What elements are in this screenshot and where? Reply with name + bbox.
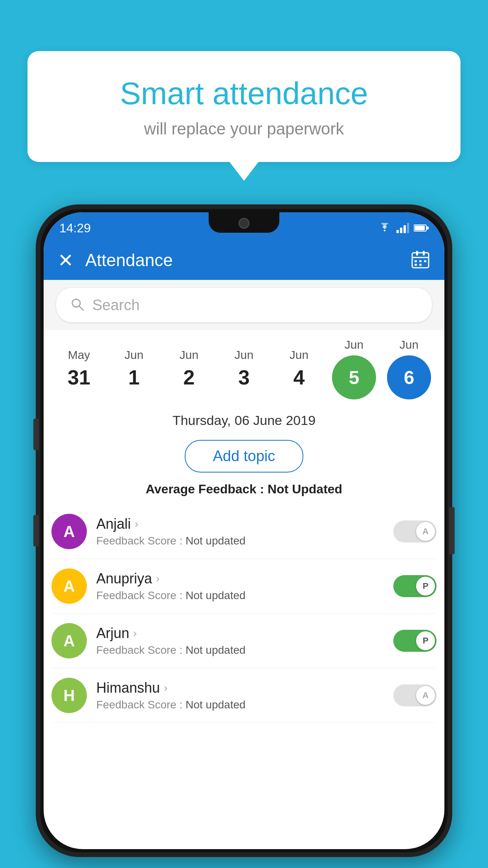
toggle-anjali[interactable]: A [393, 520, 437, 542]
battery-icon [414, 224, 429, 232]
month-jun1: Jun [125, 348, 143, 362]
svg-rect-13 [424, 260, 426, 262]
date-strip: May 31 Jun 1 Jun 2 Jun 3 [44, 330, 444, 403]
svg-rect-11 [415, 260, 417, 262]
date-col-may31[interactable]: May 31 [55, 348, 103, 389]
toggle-circle-himanshu: A [416, 686, 435, 705]
avatar-anjali: A [51, 514, 87, 549]
svg-rect-1 [400, 228, 402, 233]
chevron-himanshu: › [164, 682, 167, 694]
feedback-anupriya: Feedback Score : Not updated [96, 589, 384, 602]
chevron-anupriya: › [156, 572, 160, 585]
student-item-anupriya[interactable]: A Anupriya › Feedback Score : Not update… [51, 559, 437, 614]
avg-feedback-value: Not Updated [268, 482, 342, 496]
date-col-jun2[interactable]: Jun 2 [165, 348, 213, 389]
search-icon [70, 297, 84, 313]
volume-up-button [33, 419, 39, 450]
student-item-himanshu[interactable]: H Himanshu › Feedback Score : Not update… [51, 668, 437, 723]
student-item-anjali[interactable]: A Anjali › Feedback Score : Not updated … [51, 504, 437, 559]
month-jun4: Jun [290, 348, 308, 362]
toggle-himanshu[interactable]: A [393, 684, 437, 706]
svg-rect-9 [416, 251, 418, 256]
student-name-himanshu: Himanshu › [96, 680, 384, 696]
phone-notch [209, 212, 279, 233]
date-col-jun4[interactable]: Jun 4 [275, 348, 323, 389]
month-jun2: Jun [180, 348, 198, 362]
student-info-himanshu: Himanshu › Feedback Score : Not updated [96, 680, 384, 711]
date-circle-jun6: 6 [387, 355, 431, 399]
svg-rect-5 [415, 226, 425, 230]
toggle-arjun[interactable]: P [393, 630, 437, 652]
student-name-anupriya: Anupriya › [96, 570, 384, 587]
svg-rect-15 [419, 264, 422, 266]
chevron-anjali: › [135, 518, 138, 530]
feedback-anjali: Feedback Score : Not updated [96, 535, 384, 547]
svg-rect-14 [415, 264, 417, 266]
day-jun4: 4 [294, 366, 305, 389]
svg-rect-12 [419, 260, 422, 262]
add-topic-button[interactable]: Add topic [185, 440, 303, 473]
avatar-arjun: A [51, 623, 87, 658]
wifi-icon [378, 223, 392, 233]
day-jun5: 5 [349, 367, 360, 388]
add-topic-container: Add topic [44, 434, 444, 478]
svg-rect-2 [404, 225, 406, 233]
status-icons [378, 223, 429, 233]
phone-screen: 14:29 [44, 212, 444, 849]
feedback-himanshu: Feedback Score : Not updated [96, 699, 384, 711]
phone-container: 14:29 [36, 204, 452, 857]
student-item-arjun[interactable]: A Arjun › Feedback Score : Not updated P [51, 614, 437, 668]
student-info-anjali: Anjali › Feedback Score : Not updated [96, 516, 384, 547]
volume-down-button [33, 515, 39, 546]
search-container: Search [44, 280, 444, 330]
student-list: A Anjali › Feedback Score : Not updated … [44, 504, 444, 723]
date-col-jun6[interactable]: Jun 6 [385, 338, 433, 399]
bubble-subtitle: will replace your paperwork [59, 120, 429, 138]
date-circle-jun5: 5 [332, 355, 376, 399]
student-name-arjun: Arjun › [96, 625, 384, 642]
close-button[interactable]: ✕ [58, 249, 73, 271]
avatar-himanshu: H [51, 678, 87, 713]
phone-body: 14:29 [36, 204, 452, 857]
bubble-title: Smart attendance [59, 75, 429, 112]
student-info-anupriya: Anupriya › Feedback Score : Not updated [96, 570, 384, 602]
day-may31: 31 [68, 366, 90, 389]
app-bar: ✕ Attendance [44, 241, 444, 280]
selected-date: Thursday, 06 June 2019 [51, 413, 437, 428]
app-title: Attendance [85, 250, 399, 270]
status-time: 14:29 [59, 221, 91, 235]
toggle-circle-anjali: A [416, 522, 435, 541]
avg-feedback-label: Average Feedback : [146, 482, 264, 496]
search-bar[interactable]: Search [56, 288, 432, 322]
speech-bubble: Smart attendance will replace your paper… [28, 51, 460, 162]
student-name-anjali: Anjali › [96, 516, 384, 532]
date-col-jun1[interactable]: Jun 1 [110, 348, 158, 389]
svg-rect-6 [427, 226, 429, 230]
day-jun1: 1 [128, 366, 140, 389]
toggle-anupriya[interactable]: P [393, 575, 437, 597]
month-jun6: Jun [400, 338, 418, 351]
power-button [449, 507, 455, 554]
svg-rect-0 [396, 230, 399, 233]
search-placeholder: Search [92, 297, 139, 314]
date-col-jun5[interactable]: Jun 5 [330, 338, 378, 399]
student-info-arjun: Arjun › Feedback Score : Not updated [96, 625, 384, 657]
chevron-arjun: › [133, 627, 137, 640]
date-info: Thursday, 06 June 2019 [44, 403, 444, 434]
toggle-circle-anupriya: P [416, 577, 435, 596]
month-may31: May [68, 348, 90, 362]
front-camera [238, 218, 250, 229]
day-jun2: 2 [183, 366, 195, 389]
day-jun6: 6 [404, 367, 415, 388]
toggle-circle-arjun: P [416, 631, 435, 650]
svg-rect-10 [423, 251, 425, 256]
speech-bubble-container: Smart attendance will replace your paper… [28, 51, 460, 162]
month-jun3: Jun [235, 348, 253, 362]
avg-feedback: Average Feedback : Not Updated [44, 478, 444, 504]
day-jun3: 3 [238, 366, 250, 389]
date-col-jun3[interactable]: Jun 3 [220, 348, 268, 389]
month-jun5: Jun [345, 338, 363, 351]
signal-icon [396, 223, 409, 233]
calendar-button[interactable] [411, 250, 430, 271]
avatar-anupriya: A [51, 568, 87, 604]
